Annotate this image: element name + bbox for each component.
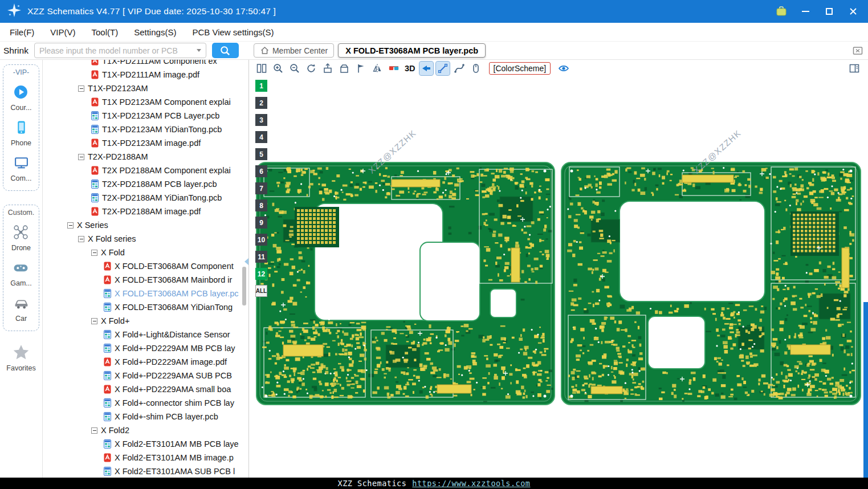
tree-collapse-icon[interactable] (91, 427, 97, 434)
tree-scrollbar[interactable] (242, 267, 246, 305)
menu-tool[interactable]: Tool(T) (92, 27, 119, 37)
toolbox-icon[interactable] (776, 6, 787, 17)
layer-button-11[interactable]: 11 (255, 251, 267, 263)
colorscheme-button[interactable]: [ColorScheme] (489, 62, 551, 75)
layer-button-8[interactable]: 8 (255, 199, 267, 211)
tree-collapse-icon[interactable] (91, 318, 97, 324)
layer-button-9[interactable]: 9 (255, 217, 267, 229)
tree-item-pdf[interactable]: X Fold2-ET3101AM MB image.p (43, 451, 248, 464)
tree-item-pdf[interactable]: T2X PD2188AM Component explai (43, 164, 248, 177)
minimize-button[interactable] (800, 6, 811, 17)
tree-item-node[interactable]: T2X-PD2188AM (43, 150, 248, 164)
layer-button-1[interactable]: 1 (255, 80, 267, 92)
sidebar-item-drone[interactable]: Drone (11, 225, 31, 252)
tree-item-pdf[interactable]: T1X-PD2111AM Component ex (43, 60, 248, 68)
tab-pcb-layer[interactable]: X FOLD-ET3068AM PCB layer.pcb (338, 43, 486, 58)
tree-item-pdf[interactable]: T1X-PD2123AM image.pdf (43, 136, 248, 150)
layer-button-3[interactable]: 3 (255, 114, 267, 126)
shrink-button[interactable]: Shrink (3, 46, 28, 56)
tree-item-node[interactable]: X Fold (43, 246, 248, 259)
tree-item-label: T2X PD2188AM Component explai (102, 166, 231, 175)
tree-item-pdf[interactable]: X FOLD-ET3068AM Component (43, 259, 248, 273)
tree-item-pcb[interactable]: X Fold+-PD2229AMA SUB PCB (43, 369, 248, 382)
chevron-down-icon[interactable] (197, 49, 201, 52)
curve-tool-icon[interactable] (453, 62, 466, 75)
layer-button-10[interactable]: 10 (255, 234, 267, 246)
sidebar-item-game[interactable]: Gam... (10, 260, 32, 287)
3d-button[interactable]: 3D (405, 64, 415, 73)
viewer-scrollbar[interactable] (863, 302, 868, 478)
tree-item-pcb[interactable]: T2X-PD2188AM PCB layer.pcb (43, 177, 248, 191)
close-view-icon[interactable] (852, 45, 863, 56)
dual-view-icon[interactable] (255, 62, 268, 75)
tree-collapse-icon[interactable] (67, 222, 74, 229)
sidebar-item-course[interactable]: Cour... (11, 84, 32, 112)
layer-button-5[interactable]: 5 (255, 148, 267, 160)
select-arrow-icon[interactable] (419, 62, 433, 75)
tree-collapse-icon[interactable] (78, 154, 84, 160)
member-center-button[interactable]: Member Center (254, 43, 334, 58)
tree-item-pcb[interactable]: X Fold+-shim PCB layer.pcb (43, 410, 248, 423)
tree-collapse-icon[interactable] (78, 236, 84, 242)
tree-item-pdf[interactable]: T2X-PD2188AM image.pdf (43, 205, 248, 218)
close-button[interactable] (847, 6, 859, 17)
tree-item-pcb[interactable]: X Fold+-connector shim PCB lay (43, 396, 248, 410)
favorites-label: Favorites (6, 364, 35, 372)
tree-collapse-icon[interactable] (78, 85, 84, 92)
sidebar-item-car[interactable]: Car (14, 295, 29, 323)
tree-item-node[interactable]: X Fold+ (43, 314, 248, 328)
menu-settings[interactable]: Settings(S) (134, 27, 176, 37)
tree-item-pcb[interactable]: T1X-PD2123AM YiDianTong.pcb (43, 123, 248, 136)
tree-collapse-icon[interactable] (91, 250, 97, 256)
menu-pcb-view-settings[interactable]: PCB View settings(S) (192, 27, 274, 37)
maximize-button[interactable] (824, 6, 835, 17)
zoom-out-icon[interactable] (288, 62, 301, 75)
layer-button-4[interactable]: 4 (255, 131, 267, 143)
pin-icon[interactable] (354, 62, 368, 75)
status-link[interactable]: https://www.xzztools.com (412, 479, 530, 488)
tree-item-node[interactable]: X Series (43, 218, 248, 232)
sidebar-item-favorites[interactable]: Favorites (0, 344, 42, 372)
tree-item-pcb[interactable]: X Fold2-ET3101AMA SUB PCB l (43, 464, 248, 478)
layer-button-12[interactable]: 12 (255, 268, 267, 280)
tree-item-node[interactable]: X Fold series (43, 232, 248, 246)
tree-item-pcb[interactable]: X FOLD-ET3068AM PCB layer.pc (43, 287, 248, 300)
tree-item-pcb[interactable]: T2X-PD2188AM YiDianTong.pcb (43, 191, 248, 205)
pan-tool-icon[interactable] (469, 62, 483, 75)
zoom-in-icon[interactable] (271, 62, 285, 75)
tree-item-pcb[interactable]: X FOLD-ET3068AM YiDianTong (43, 300, 248, 314)
tree-item-pdf[interactable]: X Fold+-PD2229AM image.pdf (43, 355, 248, 369)
measure-line-icon[interactable] (436, 62, 450, 75)
visibility-icon[interactable] (557, 62, 570, 75)
layer-button-2[interactable]: 2 (255, 97, 267, 109)
export-board-icon[interactable] (321, 62, 335, 75)
3d-glasses-icon[interactable] (387, 62, 401, 75)
pcb-canvas[interactable]: XZZ@XZZHKXZZ@XZZHK (249, 77, 868, 478)
tree-item-pdf[interactable]: T1X PD2123AM Component explai (43, 95, 248, 109)
sidebar-item-phone[interactable]: Phone (11, 120, 31, 147)
open-board-icon[interactable] (337, 62, 351, 75)
search-input[interactable] (39, 46, 194, 55)
sidebar-item-computer[interactable]: Com... (11, 155, 32, 182)
tree-item-pdf[interactable]: X Fold+-PD2229AMA small boa (43, 382, 248, 396)
pcb-file-icon (104, 289, 111, 298)
tree-item-node[interactable]: T1X-PD2123AM (43, 82, 248, 95)
tree-item-pcb[interactable]: X Fold+-PD2229AM MB PCB lay (43, 341, 248, 355)
menu-file[interactable]: File(F) (10, 27, 34, 37)
mirror-horizontal-icon[interactable] (370, 62, 384, 75)
menu-vip[interactable]: VIP(V) (50, 27, 75, 37)
tree-collapse-handle[interactable] (244, 258, 248, 265)
tree-item-pcb[interactable]: X Fold2-ET3101AM MB PCB laye (43, 437, 248, 451)
tree-item-pcb[interactable]: X Fold+-Light&Distance Sensor (43, 328, 248, 341)
tree-item-pdf[interactable]: X FOLD-ET3068AM Mainbord ir (43, 273, 248, 287)
tree-item-pcb[interactable]: T1X-PD2123AM PCB Layer.pcb (43, 109, 248, 123)
tree-item-node[interactable]: X Fold2 (43, 423, 248, 437)
tree-item-label: T1X-PD2123AM (88, 84, 148, 93)
layer-button-6[interactable]: 6 (255, 165, 267, 177)
layer-button-all[interactable]: ALL (255, 285, 267, 297)
layer-button-7[interactable]: 7 (255, 182, 267, 194)
tree-item-pdf[interactable]: T1X-PD2111AM image.pdf (43, 68, 248, 82)
panel-layout-icon[interactable] (847, 62, 861, 75)
refresh-icon[interactable] (304, 62, 318, 75)
search-button[interactable] (212, 43, 239, 58)
